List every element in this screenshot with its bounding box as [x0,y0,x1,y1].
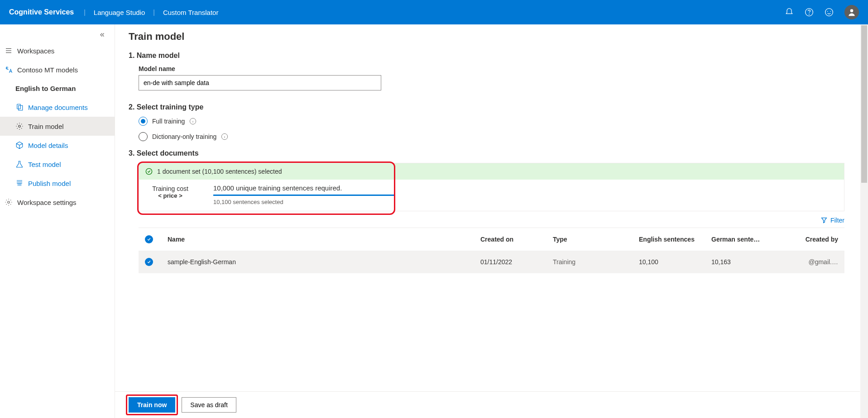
main-content: Train model 1. Name model Model name 2. … [115,24,868,314]
svg-point-2 [825,9,833,16]
required-text: 10,000 unique training sentences require… [213,184,394,192]
sidebar-workspaces[interactable]: Workspaces [0,41,115,60]
model-name-input[interactable] [139,75,381,90]
info-icon[interactable] [189,118,197,125]
content-scroll[interactable]: Train model 1. Name model Model name 2. … [115,24,868,418]
svg-point-1 [809,14,810,14]
divider: | [82,9,87,16]
train-now-button[interactable]: Train now [129,397,175,413]
row-created: 01/11/2022 [480,258,553,266]
radio-label: Full training [152,118,185,125]
sidebar-label: Contoso MT models [17,66,78,74]
page-title: Train model [129,31,854,43]
svg-point-11 [146,168,152,174]
sidebar-train-model[interactable]: Train model [0,117,115,136]
sidebar-manage-documents[interactable]: Manage documents [0,98,115,117]
app-header: Cognitive Services | Language Studio | C… [0,0,868,24]
svg-point-5 [850,9,854,12]
col-name[interactable]: Name [168,236,480,243]
radio-full-training[interactable]: Full training [139,117,854,126]
row-name: sample-English-German [168,258,480,266]
select-all[interactable] [145,235,168,243]
sidebar-model-details[interactable]: Model details [0,136,115,155]
save-draft-button[interactable]: Save as draft [182,397,236,413]
header-actions [785,5,859,19]
step3-heading: 3. Select documents [129,149,854,157]
collapse-sidebar[interactable] [0,28,115,41]
publish-icon [15,179,24,187]
cost-label-text: Training cost [145,185,195,192]
sidebar-label: Publish model [28,180,71,187]
sidebar-label: Manage documents [28,104,88,111]
svg-point-3 [827,11,828,12]
scrollbar[interactable] [860,24,868,418]
step1-heading: 1. Name model [129,52,854,60]
row-eng: 10,100 [639,258,711,266]
check-icon [145,258,153,266]
crumb-language-studio[interactable]: Language Studio [87,9,151,16]
sidebar-label: Train model [28,123,64,130]
sidebar-workspace-settings[interactable]: Workspace settings [0,193,115,212]
gear-bot-icon [15,122,24,130]
radio-icon [139,117,148,126]
row-checkbox[interactable] [145,258,168,266]
radio-dictionary-training[interactable]: Dictionary-only training [139,132,854,141]
step2-heading: 2. Select training type [129,103,854,111]
table-row[interactable]: sample-English-German 01/11/2022 Trainin… [139,251,844,273]
table-header: Name Created on Type English sentences G… [139,228,844,251]
col-german-sentences[interactable]: German sente… [711,236,779,243]
sidebar-publish-model[interactable]: Publish model [0,174,115,193]
col-type[interactable]: Type [553,236,639,243]
progress-bar [213,195,394,196]
filter-label: Filter [830,217,844,224]
filter-button[interactable]: Filter [129,211,854,228]
selected-text: 10,100 sentences selected [213,199,394,205]
header-breadcrumb: Cognitive Services | Language Studio | C… [9,8,225,16]
cube-icon [15,141,24,149]
training-cost-row: Training cost < price > 10,000 unique tr… [139,180,844,211]
footer-actions: Train now Save as draft [115,391,860,418]
bell-icon[interactable] [785,8,794,17]
svg-point-7 [19,125,21,128]
sidebar-project[interactable]: Contoso MT models [0,60,115,79]
status-text: 1 document set (10,100 sentences) select… [157,168,282,175]
documents-table: Name Created on Type English sentences G… [139,228,844,273]
radio-label: Dictionary-only training [152,133,216,140]
sidebar-label: English to German [15,85,76,92]
user-avatar[interactable] [844,5,859,19]
sidebar-test-model[interactable]: Test model [0,155,115,174]
row-type: Training [553,258,639,266]
crumb-custom-translator[interactable]: Custom Translator [157,9,225,16]
divider: | [151,9,157,16]
help-icon[interactable] [805,8,814,17]
cost-price: < price > [145,192,195,199]
selection-status-panel: 1 document set (10,100 sentences) select… [139,163,844,211]
sidebar-label: Workspaces [17,47,54,55]
brand-name[interactable]: Cognitive Services [9,8,82,16]
sidebar-language-pair[interactable]: English to German [0,79,115,98]
col-created-by[interactable]: Created by [779,236,838,243]
list-icon [5,47,13,55]
col-english-sentences[interactable]: English sentences [639,236,711,243]
translate-icon [5,66,13,74]
radio-icon [139,132,148,141]
status-header: 1 document set (10,100 sentences) select… [139,163,844,180]
check-circle-icon [145,168,153,175]
check-icon [145,235,153,243]
sidebar-label: Test model [28,161,61,168]
feedback-icon[interactable] [825,8,834,17]
sidebar-label: Model details [28,142,68,149]
row-ger: 10,163 [711,258,779,266]
flask-icon [15,160,24,168]
svg-point-8 [8,201,10,204]
settings-icon [5,198,13,206]
sidebar: Workspaces Contoso MT models English to … [0,24,115,418]
row-by: @gmail.… [779,258,838,266]
sentence-requirement: 10,000 unique training sentences require… [213,184,394,205]
sidebar-label: Workspace settings [17,199,77,206]
svg-point-4 [830,11,831,12]
documents-icon [15,103,24,111]
col-created[interactable]: Created on [480,236,553,243]
info-icon[interactable] [221,133,228,140]
filter-icon [820,217,828,224]
